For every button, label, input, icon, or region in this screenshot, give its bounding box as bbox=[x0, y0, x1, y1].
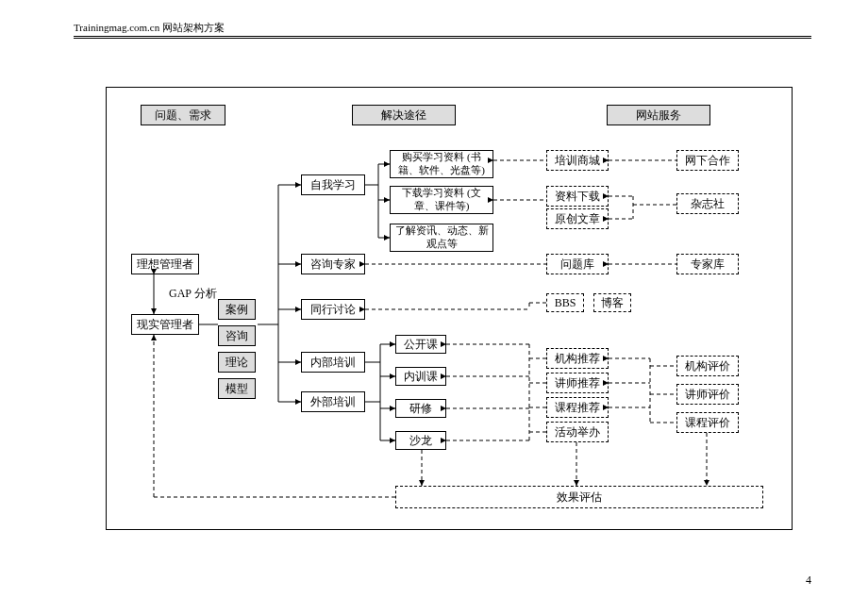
svc-bbs: BBS bbox=[546, 293, 584, 312]
tag-model: 模型 bbox=[218, 378, 256, 399]
svc-magazine: 杂志社 bbox=[676, 193, 739, 214]
svc-offline: 网下合作 bbox=[676, 150, 739, 171]
sub-salon: 沙龙 bbox=[395, 431, 446, 450]
svc-lect-rec: 讲师推荐 bbox=[546, 373, 609, 393]
box-evaluation: 效果评估 bbox=[395, 486, 763, 508]
box-peer: 同行讨论 bbox=[301, 299, 365, 320]
svc-qbank: 问题库 bbox=[546, 254, 609, 274]
sub-open: 公开课 bbox=[395, 335, 446, 354]
sub-in: 内训课 bbox=[395, 367, 446, 386]
svc-download: 资料下载 bbox=[546, 186, 609, 207]
svc-org-rec: 机构推荐 bbox=[546, 348, 609, 369]
sub-seminar: 研修 bbox=[395, 399, 446, 418]
svc-course-eval: 课程评价 bbox=[676, 412, 739, 433]
svc-org-eval: 机构评价 bbox=[676, 356, 739, 376]
label-gap: GAP 分析 bbox=[169, 286, 217, 302]
page-number: 4 bbox=[806, 573, 811, 588]
svc-lect-eval: 讲师评价 bbox=[676, 384, 739, 405]
svc-experts: 专家库 bbox=[676, 254, 739, 274]
box-internal: 内部培训 bbox=[301, 352, 365, 373]
sub-news: 了解资讯、动态、新观点等 bbox=[390, 224, 493, 252]
svc-course-rec: 课程推荐 bbox=[546, 397, 609, 418]
header-rule-outer bbox=[74, 36, 811, 37]
svc-mall: 培训商城 bbox=[546, 150, 609, 171]
sub-buy: 购买学习资料 (书籍、软件、光盘等) bbox=[390, 150, 493, 178]
box-real-manager: 现实管理者 bbox=[131, 314, 199, 335]
box-consult: 咨询专家 bbox=[301, 254, 365, 274]
tag-theory: 理论 bbox=[218, 352, 256, 373]
diagram-frame: 问题、需求 解决途径 网站服务 理想管理者 现实管理者 GAP 分析 案例 咨询… bbox=[106, 87, 793, 530]
sub-download: 下载学习资料 (文章、课件等) bbox=[390, 186, 493, 214]
tag-stack: 案例 咨询 理论 模型 bbox=[218, 299, 256, 405]
colhead-services: 网站服务 bbox=[607, 105, 710, 125]
page-header: Trainingmag.com.cn 网站架构方案 bbox=[74, 21, 225, 35]
svc-event: 活动举办 bbox=[546, 422, 609, 442]
header-rule-inner bbox=[74, 38, 811, 39]
colhead-problems: 问题、需求 bbox=[141, 105, 225, 125]
svc-blog: 博客 bbox=[593, 293, 631, 312]
tag-case: 案例 bbox=[218, 299, 256, 320]
box-ideal-manager: 理想管理者 bbox=[131, 254, 199, 274]
tag-consult: 咨询 bbox=[218, 325, 256, 346]
svc-original: 原创文章 bbox=[546, 208, 609, 229]
box-self-study: 自我学习 bbox=[301, 174, 365, 195]
box-external: 外部培训 bbox=[301, 391, 365, 412]
colhead-solutions: 解决途径 bbox=[352, 105, 456, 125]
